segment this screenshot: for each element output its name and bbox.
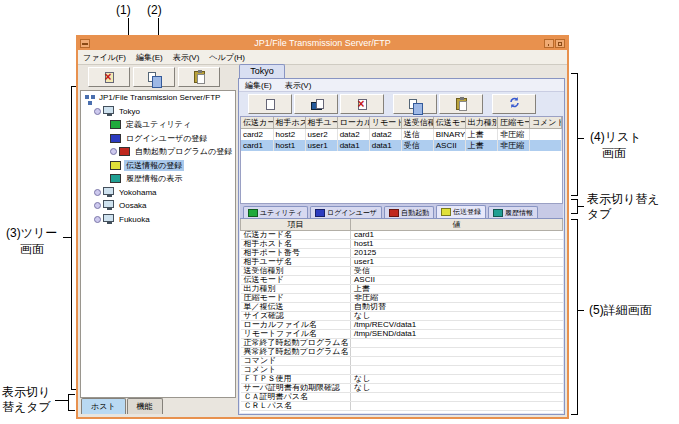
tree-copy-button[interactable] bbox=[133, 67, 175, 87]
detail-item-cell: ＣＡ証明書パス名 bbox=[241, 393, 351, 402]
list-column-header[interactable]: ローカル.. bbox=[337, 117, 369, 129]
detail-row[interactable]: 相手ホスト名host1 bbox=[241, 240, 563, 249]
detail-value-cell bbox=[351, 357, 563, 366]
tree-node-label: Oosaka bbox=[117, 201, 149, 210]
detail-row[interactable]: 送受信種別受信 bbox=[241, 267, 563, 276]
detail-row[interactable]: 単／複伝送自動切替 bbox=[241, 303, 563, 312]
detail-row[interactable]: 正常終了時起動プログラム名 bbox=[241, 339, 563, 348]
detail-table: 項目値伝送カード名card1相手ホスト名host1相手ポート番号20125相手ユ… bbox=[240, 219, 563, 411]
list-cell bbox=[529, 129, 561, 141]
detail-row[interactable]: 相手ポート番号20125 bbox=[241, 249, 563, 258]
tree-node[interactable]: 定義ユティリティ bbox=[81, 118, 235, 132]
detail-item-cell: ローカルファイル名 bbox=[241, 321, 351, 330]
list-row[interactable]: card2host2user2data2data2送信BINARY上書非圧縮 bbox=[241, 129, 562, 141]
view-tab-label: ユティリティ bbox=[260, 208, 303, 218]
list-row[interactable]: card1host1user1data1data1受信ASCII上書非圧縮 bbox=[241, 140, 562, 151]
tree-node-label: Yokohama bbox=[117, 188, 159, 197]
list-column-header[interactable]: 相手ユー.. bbox=[305, 117, 337, 129]
list-column-header[interactable]: 伝送モー.. bbox=[433, 117, 465, 129]
detail-item-cell: サイズ確認 bbox=[241, 312, 351, 321]
view-tab-3[interactable]: 伝送登録 bbox=[436, 205, 486, 218]
detail-row[interactable]: ＣＲＬパス名 bbox=[241, 402, 563, 411]
list-delete-button[interactable] bbox=[340, 94, 384, 114]
detail-value-cell: なし bbox=[351, 375, 563, 384]
window-menu-button[interactable] bbox=[80, 39, 90, 48]
detail-item-cell: 出力種別 bbox=[241, 285, 351, 294]
tree-paste-button[interactable] bbox=[178, 67, 220, 87]
detail-row[interactable]: ローカルファイル名/tmp/RECV/data1 bbox=[241, 321, 563, 330]
list-copy-button[interactable] bbox=[393, 94, 437, 114]
menubar-item-3[interactable]: ヘルプ(H) bbox=[209, 52, 245, 63]
expand-handle-icon[interactable] bbox=[94, 189, 101, 196]
history-icon bbox=[110, 174, 121, 183]
detail-row[interactable]: コマンド bbox=[241, 357, 563, 366]
list-new-button[interactable] bbox=[248, 94, 292, 114]
right-tab-annotation: 表示切り替え bbox=[587, 192, 660, 206]
detail-value-cell: 受信 bbox=[351, 267, 563, 276]
list-paste-button[interactable] bbox=[439, 94, 483, 114]
detail-row[interactable]: 異常終了時起動プログラム名 bbox=[241, 348, 563, 357]
detail-row[interactable]: ＣＡ証明書パス名 bbox=[241, 393, 563, 402]
list-column-header[interactable]: 出力種別 bbox=[465, 117, 497, 129]
expand-handle-icon[interactable] bbox=[94, 202, 101, 209]
tree-node[interactable]: 履歴情報の表示 bbox=[81, 172, 235, 186]
menubar-item-1[interactable]: 編集(E) bbox=[136, 52, 163, 63]
list-column-header[interactable]: 相手ホス.. bbox=[273, 117, 305, 129]
detail-bracket-tick-label bbox=[577, 310, 584, 311]
tree-tab-0[interactable]: ホスト bbox=[81, 398, 126, 414]
tree-node[interactable]: Oosaka bbox=[81, 199, 235, 213]
view-tab-icon bbox=[389, 209, 399, 217]
detail-row[interactable]: 伝送モードASCII bbox=[241, 276, 563, 285]
list-column-header[interactable]: 伝送カー.. bbox=[241, 117, 273, 129]
list-refresh-button[interactable] bbox=[492, 94, 536, 114]
expand-handle-icon[interactable] bbox=[94, 108, 101, 115]
tree-node[interactable]: JP1/File Transmission Server/FTP bbox=[81, 91, 235, 105]
menubar-item-2[interactable]: 表示(V) bbox=[173, 52, 200, 63]
tree-node[interactable]: Tokyo bbox=[81, 105, 235, 119]
delete-doc-icon bbox=[105, 72, 114, 83]
titlebar[interactable]: JP1/File Transmission Server/FTP bbox=[78, 37, 567, 50]
tree-node[interactable]: Fukuoka bbox=[81, 213, 235, 227]
list-column-header[interactable]: リモート.. bbox=[369, 117, 401, 129]
detail-bracket-tick-top bbox=[571, 219, 577, 220]
tree-node-label: Fukuoka bbox=[117, 215, 152, 224]
view-tab-2[interactable]: 自動起動 bbox=[384, 206, 434, 218]
host-tab-tokyo[interactable]: Tokyo bbox=[239, 64, 285, 79]
list-menubar-item-0[interactable]: 編集(E) bbox=[245, 80, 272, 91]
tree-delete-button[interactable] bbox=[88, 67, 130, 87]
detail-row[interactable]: サーバ証明書有効期限確認なし bbox=[241, 384, 563, 393]
tree-node[interactable]: Yokohama bbox=[81, 186, 235, 200]
view-tab-0[interactable]: ユティリティ bbox=[243, 206, 308, 218]
detail-row[interactable]: ＦＴＰＳ使用なし bbox=[241, 375, 563, 384]
delete-doc-icon bbox=[358, 99, 367, 110]
expand-handle-icon[interactable] bbox=[94, 216, 101, 223]
minimize-button[interactable] bbox=[544, 39, 554, 48]
tree-node[interactable]: 自動起動プログラムの登録 bbox=[81, 145, 235, 159]
new-doc-icon bbox=[266, 99, 275, 110]
detail-row[interactable]: 相手ユーザ名user1 bbox=[241, 258, 563, 267]
tree-node[interactable]: 伝送情報の登録 bbox=[81, 159, 235, 173]
expand-handle-icon[interactable] bbox=[110, 148, 117, 155]
maximize-icon bbox=[558, 42, 562, 46]
tree-tab-1[interactable]: 機能 bbox=[127, 398, 163, 414]
list-column-header[interactable]: 圧縮モー.. bbox=[497, 117, 529, 129]
list-column-header[interactable]: コメント bbox=[529, 117, 561, 129]
detail-row[interactable]: サイズ確認なし bbox=[241, 312, 563, 321]
view-tab-1[interactable]: ログインユーザ bbox=[310, 206, 382, 218]
list-menubar-item-1[interactable]: 表示(V) bbox=[285, 80, 312, 91]
detail-item-cell: 単／複伝送 bbox=[241, 303, 351, 312]
refresh-icon bbox=[508, 95, 521, 113]
tree-node[interactable]: ログインユーザの登録 bbox=[81, 132, 235, 146]
list-column-header[interactable]: 送受信種.. bbox=[401, 117, 433, 129]
detail-row[interactable]: コメント bbox=[241, 366, 563, 375]
list-cell: 非圧縮 bbox=[497, 140, 529, 151]
view-tab-4[interactable]: 履歴情報 bbox=[488, 206, 538, 218]
left-tab-bracket-tick-bottom bbox=[68, 410, 75, 411]
list-open-button[interactable] bbox=[294, 94, 338, 114]
detail-row[interactable]: 出力種別上書 bbox=[241, 285, 563, 294]
menubar-item-0[interactable]: ファイル(F) bbox=[83, 52, 126, 63]
detail-row[interactable]: リモートファイル名/tmp/SEND/data1 bbox=[241, 330, 563, 339]
detail-row[interactable]: 圧縮モード非圧縮 bbox=[241, 294, 563, 303]
maximize-button[interactable] bbox=[555, 39, 565, 48]
detail-row[interactable]: 伝送カード名card1 bbox=[241, 231, 563, 240]
